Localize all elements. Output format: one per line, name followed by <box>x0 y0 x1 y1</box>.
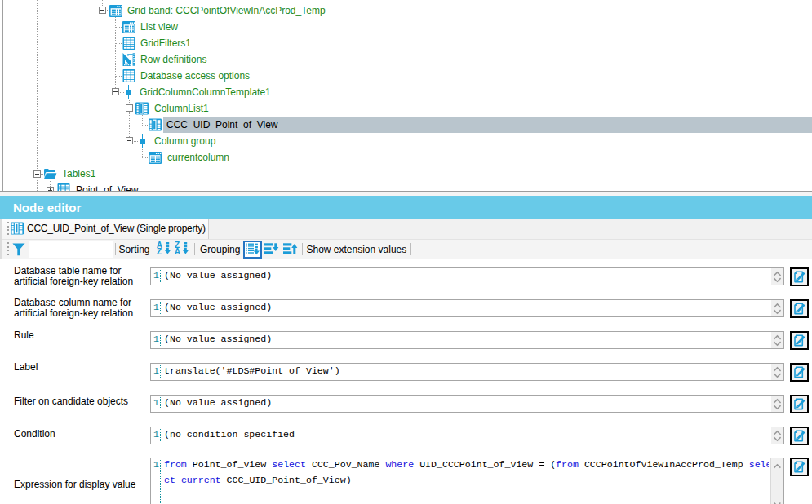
svg-text:Z: Z <box>157 247 162 255</box>
svg-text:A: A <box>175 247 180 255</box>
